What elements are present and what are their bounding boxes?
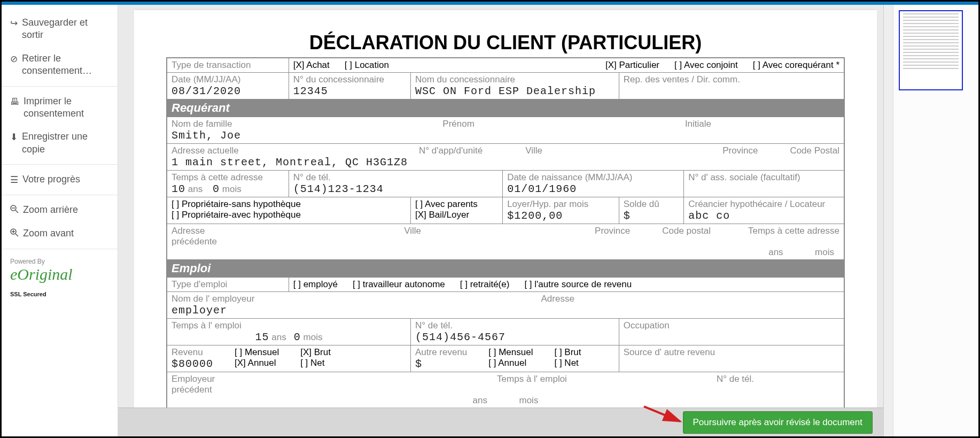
sidebar: ↪ Sauvegarder et sortir ⊘ Retirer le con… xyxy=(2,5,118,436)
sidebar-withdraw-consent[interactable]: ⊘ Retirer le consentement… xyxy=(2,47,118,83)
checkbox-annuel: [X] Annuel xyxy=(235,358,279,368)
sidebar-label: Zoom arrière xyxy=(23,204,78,216)
field-label: Solde dû xyxy=(624,199,680,210)
field-value: $ xyxy=(415,358,467,370)
field-label: Employeur précédent xyxy=(172,374,230,395)
prohibit-icon: ⊘ xyxy=(10,53,18,65)
field-label: Temps à l' emploi xyxy=(497,374,567,385)
field-label: Prénom xyxy=(442,119,475,129)
sidebar-zoom-in[interactable]: Zoom avant xyxy=(2,222,118,245)
unit-label: ans xyxy=(188,184,203,194)
field-label: Adresse actuelle xyxy=(172,145,239,156)
field-label: N° de tél. xyxy=(717,374,754,385)
field-label: Temps à cette adresse xyxy=(172,172,284,183)
field-label: Adresse précédente xyxy=(172,226,230,247)
field-value: 08/31/2020 xyxy=(172,85,284,97)
checkbox-other-net: [ ] Net xyxy=(554,358,581,368)
exit-icon: ↪ xyxy=(10,18,18,29)
zoom-out-icon xyxy=(10,205,19,217)
continue-bar: Poursuivre après avoir révisé le documen… xyxy=(118,408,883,436)
field-label: Province xyxy=(722,145,758,156)
eoriginal-logo: eOriginal xyxy=(10,265,109,283)
doc-title: DÉCLARATION DU CLIENT (PARTICULIER) xyxy=(166,32,845,54)
sidebar-download[interactable]: ⬇ Enregistrer une copie xyxy=(2,125,118,161)
unit-label: mois xyxy=(815,247,834,257)
print-icon: 🖶 xyxy=(10,96,19,108)
checkbox-achat: [X] Achat xyxy=(293,60,330,71)
field-value: 12345 xyxy=(293,85,406,97)
field-value: 0 xyxy=(213,183,220,195)
checkbox-autre-revenu: [ ] l'autre source de revenu xyxy=(524,279,632,290)
field-value: 0 xyxy=(294,331,301,343)
field-label: Type de transaction xyxy=(172,60,251,70)
checkbox-autonome: [ ] travailleur autonome xyxy=(353,279,445,290)
checkbox-location: [ ] Location xyxy=(345,60,389,71)
field-label: Occupation xyxy=(624,320,839,331)
field-label: Autre revenu xyxy=(415,347,467,358)
divider xyxy=(2,195,118,195)
checkbox-retraite: [ ] retraité(e) xyxy=(460,279,510,290)
checkbox-brut: [X] Brut xyxy=(300,347,331,358)
field-label: N° de tél. xyxy=(415,320,615,331)
field-label: N° de tél. xyxy=(293,172,498,183)
checkbox-other-annuel: [ ] Annuel xyxy=(488,358,533,368)
powered-by-label: Powered By xyxy=(10,258,109,265)
download-icon: ⬇ xyxy=(10,132,18,143)
checkbox-other-mensuel: [ ] Mensuel xyxy=(488,347,533,358)
field-value: (514)456-4567 xyxy=(415,331,615,343)
checkbox-corequerant: [ ] Avec corequérant * xyxy=(753,60,839,71)
checkbox-owner-nohyp: [ ] Propriétaire-sans hypothèque xyxy=(172,199,406,210)
checkbox-bail: [X] Bail/Loyer xyxy=(415,210,498,220)
field-value: 01/01/1960 xyxy=(507,183,679,195)
document-viewport: DÉCLARATION DU CLIENT (PARTICULIER) Type… xyxy=(118,5,883,436)
viewport-scrollbar[interactable] xyxy=(883,5,893,436)
sidebar-label: Votre progrès xyxy=(22,173,80,186)
field-label: N° d'app/d'unité xyxy=(419,145,483,156)
form-table: Type de transaction [X] Achat [ ] Locati… xyxy=(166,57,845,436)
section-header: Emploi xyxy=(167,260,844,278)
sidebar-label: Enregistrer une copie xyxy=(22,130,109,156)
field-label: Revenu xyxy=(172,347,213,358)
field-value: $1200,00 xyxy=(507,210,615,222)
field-value: (514)123-1234 xyxy=(293,183,498,195)
checkbox-particulier: [X] Particulier xyxy=(605,60,659,71)
field-label: Province xyxy=(595,226,630,236)
document-page: DÉCLARATION DU CLIENT (PARTICULIER) Type… xyxy=(134,10,877,436)
field-label: Date de naissance (MM/JJ/AA) xyxy=(507,172,679,183)
checkbox-other-brut: [ ] Brut xyxy=(554,347,581,358)
field-label: Code postal xyxy=(662,226,711,236)
unit-label: ans xyxy=(271,332,286,342)
checkbox-employe: [ ] employé xyxy=(293,279,338,290)
field-label: Source d' autre revenu xyxy=(624,347,839,358)
field-label: Adresse xyxy=(541,294,574,304)
field-label: Créancier hypothécaire / Locateur xyxy=(688,199,839,210)
sidebar-label: Imprimer le consentement xyxy=(24,95,109,120)
divider xyxy=(2,249,118,249)
field-value: $80000 xyxy=(172,358,213,370)
field-label: Type d'emploi xyxy=(172,279,227,289)
field-label: Ville xyxy=(525,145,542,156)
sidebar-print[interactable]: 🖶 Imprimer le consentement xyxy=(2,90,118,126)
field-label: Code Postal xyxy=(790,145,839,156)
continue-button[interactable]: Poursuivre après avoir révisé le documen… xyxy=(683,411,873,434)
field-value: WSC ON Ford ESP Dealership xyxy=(415,85,615,97)
ssl-secured: SSL Secured xyxy=(2,289,118,299)
field-label: Date (MM/JJ/AA) xyxy=(172,74,284,85)
unit-label: mois xyxy=(222,184,242,194)
field-label: Nom de l' employeur xyxy=(172,294,254,304)
unit-label: ans xyxy=(473,395,487,405)
field-label: Nom de famille xyxy=(172,119,232,129)
sidebar-zoom-out[interactable]: Zoom arrière xyxy=(2,198,118,222)
page-thumbnail[interactable] xyxy=(899,10,963,90)
field-value: 10 xyxy=(172,183,185,195)
sidebar-save-exit[interactable]: ↪ Sauvegarder et sortir xyxy=(2,11,118,47)
field-value: 1 main street, Montreal, QC H3G1Z8 xyxy=(172,156,839,168)
field-label: Ville xyxy=(404,226,421,236)
field-value: $ xyxy=(624,210,680,222)
list-icon: ☰ xyxy=(10,174,18,186)
field-label: Nom du concessionnaire xyxy=(415,74,615,85)
field-value: Smith, Joe xyxy=(172,129,839,142)
sidebar-progress[interactable]: ☰ Votre progrès xyxy=(2,168,118,191)
document-scroll[interactable]: DÉCLARATION DU CLIENT (PARTICULIER) Type… xyxy=(134,5,877,436)
thumbnail-panel xyxy=(893,5,978,436)
